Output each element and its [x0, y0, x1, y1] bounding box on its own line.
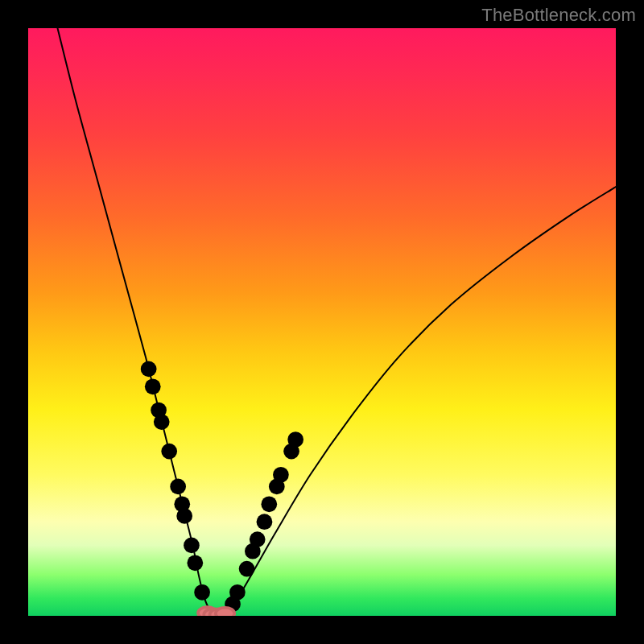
curve-marker — [176, 508, 192, 524]
outer-frame: TheBottleneck.com — [0, 0, 644, 644]
curve-marker — [187, 555, 203, 571]
curve-marker — [250, 531, 266, 547]
watermark-text: TheBottleneck.com — [481, 5, 636, 26]
curve-marker — [287, 431, 303, 448]
curve-marker — [239, 561, 255, 577]
curve-marker — [194, 584, 210, 601]
curve-marker — [273, 467, 289, 483]
curve-marker — [216, 608, 234, 616]
curve-marker — [161, 444, 177, 460]
curve-marker — [145, 378, 161, 394]
curve-marker — [229, 584, 246, 601]
curve-marker — [261, 496, 277, 512]
bottleneck-curve — [58, 28, 617, 616]
curve-marker — [257, 514, 273, 530]
curve-markers — [141, 361, 303, 616]
chart-svg — [28, 28, 616, 616]
curve-marker — [184, 538, 200, 554]
curve-marker — [170, 479, 186, 495]
curve-marker — [141, 361, 157, 378]
curve-marker — [154, 414, 170, 430]
plot-area — [28, 28, 616, 616]
